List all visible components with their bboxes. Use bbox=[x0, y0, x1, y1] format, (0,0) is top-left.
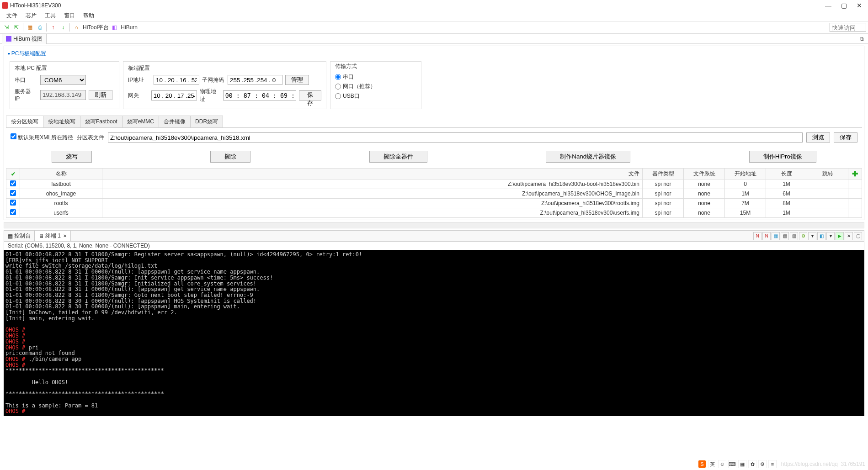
row-name: fastboot bbox=[20, 180, 102, 189]
make-nand-button[interactable]: 制作Nand烧片器镜像 bbox=[546, 151, 630, 163]
tab-merge[interactable]: 合并镜像 bbox=[159, 116, 191, 127]
tb-icon-2[interactable]: ⇱ bbox=[12, 23, 21, 32]
row-len: 6M bbox=[766, 189, 807, 199]
burn-button[interactable]: 烧写 bbox=[52, 151, 92, 163]
term-btn-7[interactable]: ▾ bbox=[808, 232, 816, 240]
menu-tool[interactable]: 工具 bbox=[41, 11, 59, 21]
term-btn-2[interactable]: N bbox=[762, 232, 771, 240]
hiburn-icon[interactable]: ◧ bbox=[110, 23, 119, 32]
browse-button[interactable]: 浏览 bbox=[806, 132, 830, 143]
ip-input[interactable] bbox=[154, 75, 199, 85]
server-ip-input[interactable] bbox=[40, 90, 86, 100]
term-btn-6[interactable]: ⚙ bbox=[799, 232, 807, 240]
row-name: ohos_image bbox=[20, 189, 102, 199]
menu-help[interactable]: 帮助 bbox=[80, 11, 98, 21]
term-btn-max[interactable]: ▢ bbox=[854, 232, 862, 240]
menu-file[interactable]: 文件 bbox=[3, 11, 21, 21]
term-btn-3[interactable]: ▦ bbox=[772, 232, 780, 240]
table-row[interactable]: userfs Z:\out\ipcamera_hi3518ev300\userf… bbox=[6, 208, 862, 218]
term-btn-9[interactable]: ▾ bbox=[826, 232, 835, 240]
header-check[interactable]: ✔ bbox=[6, 169, 20, 180]
serial-label: 串口 bbox=[15, 76, 37, 84]
menubar: 文件 芯片 工具 窗口 帮助 bbox=[0, 11, 868, 21]
netmask-input[interactable] bbox=[228, 75, 282, 85]
row-check[interactable] bbox=[10, 200, 16, 206]
radio-net-label: 网口（推荐） bbox=[343, 83, 376, 90]
radio-usb[interactable] bbox=[335, 93, 341, 99]
horizontal-scrollbar[interactable] bbox=[4, 222, 864, 228]
manage-button[interactable]: 管理 bbox=[285, 75, 309, 85]
trans-title: 传输方式 bbox=[335, 63, 416, 70]
view-restore-icon[interactable]: ⧉ bbox=[857, 34, 866, 43]
erase-button[interactable]: 擦除 bbox=[210, 151, 250, 163]
console-tab[interactable]: ▦ 控制台 bbox=[4, 231, 35, 241]
part-file-input[interactable] bbox=[108, 132, 803, 143]
radio-serial-label: 串口 bbox=[343, 73, 354, 81]
hitool-platform-icon[interactable]: ⌂ bbox=[72, 23, 81, 32]
minimize-button[interactable]: — bbox=[821, 1, 835, 10]
mac-input[interactable] bbox=[223, 90, 296, 100]
tab-partition[interactable]: 按分区烧写 bbox=[6, 116, 43, 127]
erase-all-button[interactable]: 擦除全器件 bbox=[369, 151, 427, 163]
netmask-label: 子网掩码 bbox=[202, 76, 225, 84]
row-fs: none bbox=[684, 180, 725, 189]
term-btn-1[interactable]: N bbox=[753, 232, 761, 240]
app-icon bbox=[2, 2, 8, 9]
tb-icon-6[interactable]: ↓ bbox=[59, 23, 68, 32]
row-check[interactable] bbox=[10, 190, 16, 196]
refresh-button[interactable]: 刷新 bbox=[89, 90, 112, 100]
header-add[interactable]: ✚ bbox=[848, 169, 862, 180]
row-check[interactable] bbox=[10, 209, 16, 215]
close-tab-icon[interactable]: ✕ bbox=[63, 233, 67, 238]
default-xml-checkbox[interactable]: 默认采用XML所在路径 bbox=[11, 133, 73, 142]
table-row[interactable]: ohos_image Z:\out\ipcamera_hi3518ev300\O… bbox=[6, 189, 862, 199]
term-btn-stop[interactable]: ✕ bbox=[845, 232, 853, 240]
maximize-button[interactable]: ▢ bbox=[837, 1, 851, 10]
hiburn-label[interactable]: HiBurn bbox=[121, 24, 138, 31]
row-check[interactable] bbox=[10, 180, 16, 186]
term-btn-8[interactable]: ◧ bbox=[817, 232, 825, 240]
serial-select[interactable]: COM6 bbox=[40, 75, 86, 85]
terminal-output[interactable]: 01-01 00:00:08.822 8 31 I 01800/Samgr: R… bbox=[4, 250, 864, 416]
row-name: userfs bbox=[20, 208, 102, 218]
local-title: 本地 PC 配置 bbox=[15, 64, 114, 72]
tab-emmc[interactable]: 烧写eMMC bbox=[122, 116, 159, 127]
radio-net[interactable] bbox=[335, 84, 341, 90]
gateway-input[interactable] bbox=[151, 90, 197, 100]
config-header[interactable]: PC与板端配置 bbox=[6, 48, 862, 59]
table-row[interactable]: fastboot Z:\out\ipcamera_hi3518ev300\u-b… bbox=[6, 180, 862, 189]
radio-serial[interactable] bbox=[335, 74, 341, 80]
header-devtype: 器件类型 bbox=[643, 169, 684, 180]
row-fs: none bbox=[684, 208, 725, 218]
save-file-button[interactable]: 保存 bbox=[834, 132, 857, 143]
term-btn-5[interactable]: ▨ bbox=[790, 232, 798, 240]
terminal-tab[interactable]: 🖥 终端 1 ✕ bbox=[35, 231, 71, 241]
view-tab-label: HiBurn 视图 bbox=[13, 35, 43, 43]
row-len: 1M bbox=[766, 208, 807, 218]
tb-icon-5[interactable]: ↑ bbox=[48, 23, 58, 32]
tb-icon-3[interactable]: ▦ bbox=[25, 23, 34, 32]
ip-label: IP地址 bbox=[128, 76, 151, 84]
hitool-platform-label[interactable]: HiTool平台 bbox=[83, 24, 109, 32]
tb-icon-4[interactable]: ⎙ bbox=[35, 23, 44, 32]
row-jump bbox=[807, 189, 848, 199]
row-start: 15M bbox=[725, 208, 766, 218]
menu-chip[interactable]: 芯片 bbox=[22, 11, 40, 21]
separator bbox=[46, 23, 47, 32]
tab-ddr[interactable]: DDR烧写 bbox=[190, 116, 223, 127]
quick-access-input[interactable] bbox=[830, 23, 866, 32]
close-button[interactable]: ✕ bbox=[852, 1, 866, 10]
row-file: Z:\out\ipcamera_hi3518ev300\u-boot-hi351… bbox=[102, 180, 643, 189]
term-btn-4[interactable]: ▧ bbox=[781, 232, 789, 240]
make-hipro-button[interactable]: 制作HiPro镜像 bbox=[749, 151, 816, 163]
tab-fastboot[interactable]: 烧写Fastboot bbox=[80, 116, 122, 127]
tb-icon-1[interactable]: ⇲ bbox=[2, 23, 11, 32]
save-board-button[interactable]: 保存 bbox=[299, 90, 321, 100]
row-jump bbox=[807, 180, 848, 189]
separator bbox=[23, 23, 23, 32]
term-btn-run[interactable]: ▶ bbox=[836, 232, 844, 240]
table-row[interactable]: rootfs Z:\out\ipcamera_hi3518ev300\rootf… bbox=[6, 199, 862, 208]
menu-window[interactable]: 窗口 bbox=[60, 11, 79, 21]
view-tab-hiburn[interactable]: HiBurn 视图 bbox=[2, 34, 47, 44]
tab-address[interactable]: 按地址烧写 bbox=[43, 116, 80, 127]
